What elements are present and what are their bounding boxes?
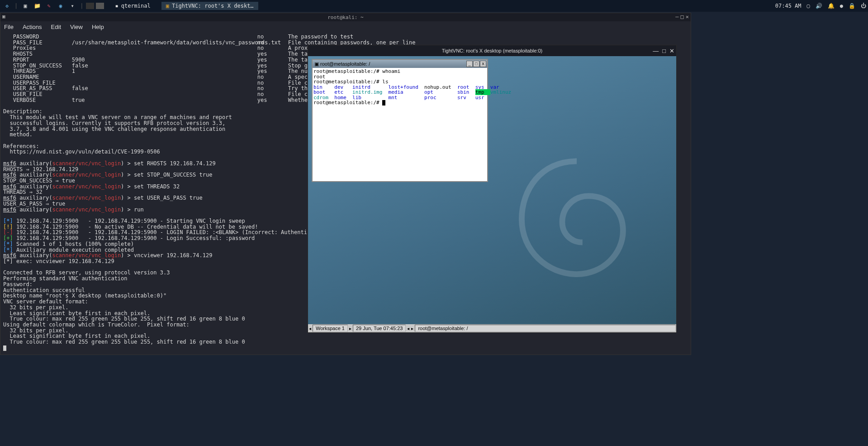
vnc-minimize-button[interactable]: — xyxy=(653,48,659,54)
taskbar-item-qterminal[interactable]: ▪qterminal xyxy=(110,2,155,10)
terminal-title: root@kali: ~ xyxy=(327,14,363,20)
workspace-prev-button[interactable]: ◂ xyxy=(308,326,312,331)
notification-icon[interactable]: 🔔 xyxy=(828,3,835,9)
dropdown-icon[interactable]: ▾ xyxy=(67,1,77,11)
close-button[interactable]: ✕ xyxy=(686,14,689,20)
minimize-button[interactable]: — xyxy=(675,14,678,20)
display-icon[interactable]: ▢ xyxy=(807,3,810,9)
sound-icon[interactable]: 🔊 xyxy=(816,3,822,9)
panel-right: 07:45 AM ▢ 🔊 🔔 ● 🔒 ⏻ xyxy=(775,3,866,9)
xterm-close-button[interactable]: X xyxy=(480,61,486,67)
menu-file[interactable]: File xyxy=(4,24,14,30)
xterm-app-icon: ▣ xyxy=(314,61,319,67)
qterminal-icon: ▪ xyxy=(115,3,118,9)
tightvnc-icon: ▣ xyxy=(166,3,169,9)
vnc-titlebar[interactable]: TightVNC: root's X desktop (metasploitab… xyxy=(308,45,676,56)
clock[interactable]: 07:45 AM xyxy=(775,3,802,9)
terminal-titlebar[interactable]: ▣ root@kali: ~ — □ ✕ xyxy=(0,13,691,21)
xterm-minimize-button[interactable]: _ xyxy=(466,61,473,67)
files-launcher-icon[interactable]: 📁 xyxy=(32,1,42,11)
network-icon[interactable]: ● xyxy=(840,3,843,9)
xterm-window: ▣ root@metasploitable: / _ □ X root@meta… xyxy=(312,59,488,182)
desktop-top-panel: ⟐ | ▣ 📁 ✎ ◉ ▾ | ▪qterminal ▣TightVNC: ro… xyxy=(0,0,868,12)
separator: | xyxy=(14,3,18,9)
taskbar-label: qterminal xyxy=(121,3,151,9)
terminal-launcher-icon[interactable]: ▣ xyxy=(20,1,30,11)
browser-launcher-icon[interactable]: ◉ xyxy=(56,1,66,11)
menu-view[interactable]: View xyxy=(70,24,83,30)
terminal-menubar: File Actions Edit View Help xyxy=(0,21,691,32)
panel-left: ⟐ | ▣ 📁 ✎ ◉ ▾ | ▪qterminal ▣TightVNC: ro… xyxy=(2,1,258,11)
workspace-2-icon[interactable] xyxy=(96,3,104,9)
separator: | xyxy=(80,3,83,9)
maximize-button[interactable]: □ xyxy=(681,14,684,20)
workspace-indicator[interactable]: Workspace 1 xyxy=(313,325,348,332)
lock-icon[interactable]: 🔒 xyxy=(849,3,855,9)
vnc-maximize-button[interactable]: □ xyxy=(662,48,666,54)
xterm-title: root@metasploitable: / xyxy=(320,61,370,67)
xterm-titlebar[interactable]: ▣ root@metasploitable: / _ □ X xyxy=(313,60,487,68)
vnc-clock[interactable]: 29 Jun, Tue 07:45:23 xyxy=(353,325,406,332)
vnc-taskbar-item[interactable]: root@metasploitable: / xyxy=(415,325,676,332)
kali-logo-icon[interactable]: ⟐ xyxy=(2,1,12,11)
vnc-bottom-panel: ◂ Workspace 1 ▸ 29 Jun, Tue 07:45:23 ◂ ▸… xyxy=(308,324,676,332)
vnc-desktop[interactable]: ▣ root@metasploitable: / _ □ X root@meta… xyxy=(308,56,676,332)
task-next-button[interactable]: ▸ xyxy=(410,326,414,331)
debian-swirl-icon xyxy=(504,147,649,292)
workspace-next-button[interactable]: ▸ xyxy=(348,326,352,331)
vnc-title: TightVNC: root's X desktop (metasploitab… xyxy=(442,48,542,53)
menu-edit[interactable]: Edit xyxy=(51,24,61,30)
terminal-app-icon: ▣ xyxy=(2,14,5,19)
taskbar-item-tightvnc[interactable]: ▣TightVNC: root's X deskt… xyxy=(161,2,258,10)
xterm-maximize-button[interactable]: □ xyxy=(473,61,479,67)
xterm-body[interactable]: root@metasploitable:/# whoami root root@… xyxy=(313,68,487,106)
menu-help[interactable]: Help xyxy=(92,24,104,30)
editor-launcher-icon[interactable]: ✎ xyxy=(44,1,54,11)
vnc-window: TightVNC: root's X desktop (metasploitab… xyxy=(308,45,677,333)
taskbar-label: TightVNC: root's X deskt… xyxy=(172,3,254,9)
menu-actions[interactable]: Actions xyxy=(23,24,42,30)
power-icon[interactable]: ⏻ xyxy=(861,3,866,9)
workspace-1-icon[interactable] xyxy=(86,3,94,9)
task-prev-button[interactable]: ◂ xyxy=(406,326,410,331)
vnc-close-button[interactable]: ✕ xyxy=(669,48,674,54)
